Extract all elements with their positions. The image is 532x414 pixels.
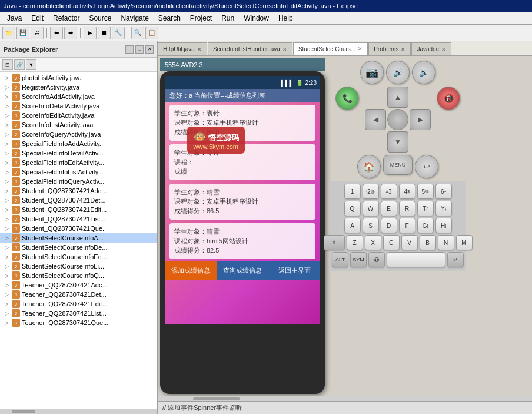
tab-scoreinfolisthandler[interactable]: ScoreInfoListHandler.java ✕ [208,42,292,55]
list-item[interactable]: ▷ J SpecialFieldInfoQueryActiv... [0,177,157,186]
tab-studentselectcourse[interactable]: StudentSelectCours... ✕ [293,42,368,55]
kb-key-alt[interactable]: ALT [332,252,348,267]
menu-project[interactable]: Project [185,13,217,24]
camera-button[interactable]: 📷 [360,61,384,84]
list-item[interactable]: ▷ J Teacher_QQ287307421Det... [0,290,157,299]
menu-navigate[interactable]: Navigate [116,13,153,24]
toolbar-btn-4[interactable]: ⬅ [50,27,63,39]
panel-minimize[interactable]: − [125,45,134,54]
kb-key-b[interactable]: B [420,235,436,250]
list-item[interactable]: ▷ J StudentSelectCourseInfoQ... [0,271,157,280]
menu-refactor[interactable]: Refactor [48,13,84,24]
menu-run[interactable]: Run [217,13,239,24]
kb-key-shift[interactable]: ⇧ [324,235,345,250]
kb-key-g[interactable]: G[ [417,218,434,233]
end-call-button[interactable]: 📵 [437,87,460,110]
toolbar-btn-7[interactable]: ⏹ [98,27,111,39]
kb-key-2[interactable]: !2@ [363,184,379,199]
kb-key-6[interactable]: 6^ [435,184,452,199]
kb-key-space[interactable] [387,252,445,267]
kb-key-h[interactable]: H] [435,218,452,233]
list-item[interactable]: ▷ J Student_QQ287307421Que... [0,224,157,233]
collapse-all-btn[interactable]: ⊟ [2,59,13,70]
kb-key-at[interactable]: @ [368,252,385,267]
toolbar-btn-8[interactable]: 🔧 [112,27,125,39]
tab-close-icon[interactable]: ✕ [197,47,202,52]
list-item[interactable]: ▷ J SpecialFieldInfoAddActivity... [0,139,157,148]
kb-key-3[interactable]: #3 [381,184,397,199]
kb-key-m[interactable]: M [456,235,473,250]
kb-key-n[interactable]: N [438,235,454,250]
list-item[interactable]: ▷ J ScoreInfoAddActivity.java [0,92,157,101]
scrollbar-thumb[interactable] [12,410,35,413]
query-score-button[interactable]: 查询成绩信息 [217,261,268,280]
list-item[interactable]: ▷ J ScoreInfoDetailActivity.java [0,101,157,111]
kb-key-t[interactable]: T{ [417,201,434,216]
menu-help[interactable]: Help [274,13,298,24]
panel-close[interactable]: ✕ [145,45,154,54]
list-item[interactable]: ▷ J StudentSelectCourseInfoDe... [0,243,157,252]
list-item[interactable]: ▷ J Teacher_QQ287307421Adc... [0,280,157,290]
volume-up-button[interactable]: 🔊 [386,61,410,84]
menu-window[interactable]: Window [239,13,274,24]
bottom-scrollbar[interactable] [158,396,532,401]
dpad-left-button[interactable]: ◀ [365,109,386,130]
kb-key-a[interactable]: A [344,218,361,233]
list-item[interactable]: ▷ J Teacher_QQ287307421Edit... [0,299,157,309]
kb-key-e[interactable]: E [381,201,397,216]
link-editor-btn[interactable]: 🔗 [14,59,25,70]
kb-key-enter[interactable]: ↵ [447,252,464,267]
kb-key-v[interactable]: V [401,235,418,250]
tab-javadoc[interactable]: Javadoc ✕ [411,42,451,55]
tab-httputil[interactable]: HttpUtil.java ✕ [158,42,207,55]
kb-key-q[interactable]: Q [344,201,361,216]
list-item[interactable]: ▷ J Teacher_QQ287307421Que... [0,318,157,327]
bottom-scrollbar-thumb[interactable] [193,397,240,400]
home-button[interactable]: 🏠 [357,155,381,178]
list-item[interactable]: ▷ J StudentSelectCourseInfoA... [0,233,157,243]
kb-key-d[interactable]: D [381,218,397,233]
list-item[interactable]: ▷ J ScoreInfoEditActivity.java [0,111,157,120]
back-button[interactable]: 返回主界面 [268,261,320,280]
horizontal-scrollbar[interactable] [0,409,157,414]
kb-key-sym[interactable]: SYM [350,252,367,267]
list-item[interactable]: ▷ J StudentSelectCourseInfoLi... [0,261,157,271]
dpad-up-button[interactable]: ▲ [387,87,408,108]
menu-edit[interactable]: Edit [26,13,48,24]
list-item[interactable]: ▷ J Student_QQ287307421List... [0,214,157,224]
tab-close-icon[interactable]: ✕ [282,47,287,52]
kb-key-c[interactable]: C [383,235,400,250]
kb-key-x[interactable]: X [365,235,381,250]
kb-key-4[interactable]: 4$ [399,184,415,199]
kb-key-s[interactable]: S [363,218,379,233]
kb-key-1[interactable]: 1 [344,184,361,199]
kb-key-w[interactable]: W [363,201,379,216]
add-score-button[interactable]: 添加成绩信息 [165,261,217,280]
list-item[interactable]: ▷ J ScoreInfoListActivity.java [0,120,157,130]
kb-key-5[interactable]: 5% [417,184,434,199]
kb-key-y[interactable]: Y} [435,201,452,216]
toolbar-btn-1[interactable]: 📁 [2,27,15,39]
kb-key-f[interactable]: F [399,218,415,233]
dpad-center-button[interactable] [387,109,408,130]
list-item[interactable]: ▷ J Teacher_QQ287307421List... [0,309,157,318]
menu-java[interactable]: Java [2,13,26,24]
dpad-right-button[interactable]: ▶ [410,109,431,130]
list-item[interactable]: ▷ J Student_QQ287307421Det... [0,196,157,205]
list-item[interactable]: ▷ J photoListActivity.java [0,73,157,82]
back-nav-button[interactable]: ↩ [415,155,438,178]
toolbar-btn-6[interactable]: ▶ [84,27,97,39]
list-item[interactable]: ▷ J SpecialFieldInfoDetailActiv... [0,148,157,158]
call-button[interactable]: 📞 [335,87,359,110]
list-item[interactable]: ▷ J ScoreInfoQueryActivity.java [0,130,157,139]
tab-close-icon[interactable]: ✕ [401,47,405,52]
list-item[interactable]: ▷ J SpecialFieldInfoListActivity... [0,167,157,177]
list-item[interactable]: ▷ J Student_QQ287307421Edit... [0,205,157,214]
kb-key-z[interactable]: Z [347,235,363,250]
tab-close-icon[interactable]: ✕ [441,47,446,52]
list-item[interactable]: ▷ J SpecialFieldInfoEditActivity... [0,158,157,167]
kb-key-r[interactable]: R [399,201,415,216]
list-item[interactable]: ▷ J StudentSelectCourseInfoEc... [0,252,157,261]
list-item[interactable]: ▷ J RegisterActivity.java [0,82,157,92]
menu-source[interactable]: Source [84,13,116,24]
